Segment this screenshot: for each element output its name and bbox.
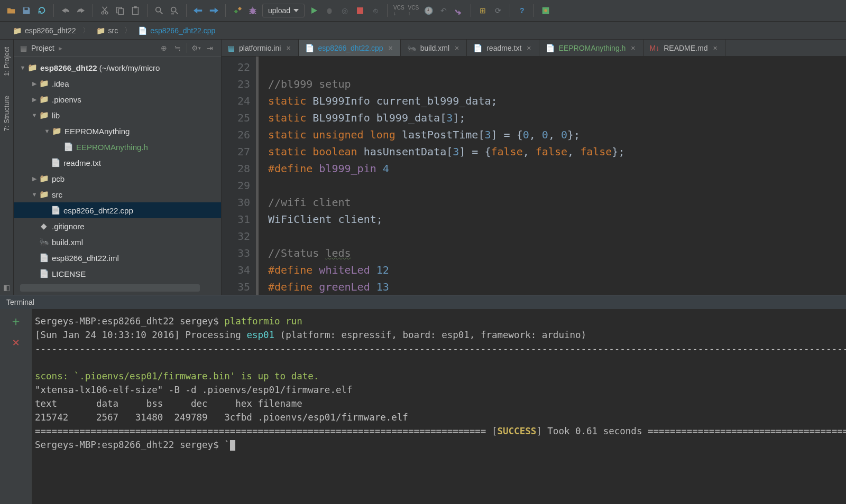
stop-icon[interactable] bbox=[354, 5, 366, 16]
new-session-icon[interactable]: ＋ bbox=[10, 314, 22, 328]
upload-label: upload bbox=[268, 6, 290, 15]
vcs-commit-icon[interactable]: VCS↑ bbox=[408, 5, 419, 16]
cut-icon[interactable] bbox=[99, 5, 111, 16]
svg-rect-11 bbox=[357, 7, 363, 14]
crumb-separator: 〉 bbox=[124, 26, 132, 35]
save-icon[interactable] bbox=[21, 5, 32, 16]
close-session-icon[interactable]: ✕ bbox=[12, 335, 19, 349]
folder-icon bbox=[39, 95, 49, 104]
cpp-icon: 📄 bbox=[138, 26, 147, 35]
terminal-header[interactable]: Terminal bbox=[0, 295, 846, 309]
help-icon[interactable]: ? bbox=[516, 5, 528, 16]
collapse-icon[interactable]: ◧ bbox=[3, 283, 10, 295]
tree-license[interactable]: LICENSE bbox=[14, 266, 221, 282]
tree-root[interactable]: ▼ esp8266_dht22 (~/work/my/micro bbox=[14, 60, 221, 76]
tree-main-cpp[interactable]: esp8266_dht22.cpp bbox=[14, 202, 221, 218]
folder-icon bbox=[39, 190, 49, 199]
text-file-icon bbox=[51, 158, 60, 167]
tree-src[interactable]: ▼src bbox=[14, 186, 221, 202]
gear-icon[interactable]: ⚙▾ bbox=[191, 43, 201, 53]
target-icon[interactable]: ⊕ bbox=[159, 43, 169, 53]
tree-lib[interactable]: ▼lib bbox=[14, 107, 221, 123]
revert-icon[interactable]: ↶ bbox=[438, 5, 449, 16]
paste-icon[interactable] bbox=[130, 5, 141, 16]
tool-project[interactable]: 1: Project bbox=[3, 44, 11, 79]
run-config-dropdown[interactable]: upload bbox=[262, 4, 305, 17]
tree-eeprom-h[interactable]: EEPROMAnything.h bbox=[14, 139, 221, 155]
folder-icon bbox=[39, 174, 49, 183]
tab-main-cpp[interactable]: 📄esp8266_dht22.cpp× bbox=[299, 40, 401, 56]
tree-eeprom-dir[interactable]: ▼EEPROMAnything bbox=[14, 123, 221, 139]
editor-tabs: ▤platformio.ini× 📄esp8266_dht22.cpp× 🐜bu… bbox=[222, 40, 846, 57]
project-panel-title: Project bbox=[31, 44, 54, 52]
svg-point-9 bbox=[251, 8, 255, 14]
crumb-root[interactable]: esp8266_dht22 bbox=[7, 24, 81, 37]
terminal-cursor bbox=[230, 440, 235, 451]
open-icon[interactable] bbox=[5, 5, 17, 16]
project-tree[interactable]: ▼ esp8266_dht22 (~/work/my/micro ▶.idea … bbox=[14, 57, 221, 284]
platformio-icon[interactable] bbox=[540, 5, 551, 16]
tab-buildxml[interactable]: 🐜build.xml× bbox=[401, 40, 467, 56]
svg-rect-5 bbox=[133, 7, 139, 15]
folder-icon bbox=[39, 110, 49, 120]
svg-point-13 bbox=[544, 9, 547, 12]
coverage-icon[interactable]: ◎ bbox=[339, 5, 351, 16]
crumb-file[interactable]: 📄 esp8266_dht22.cpp bbox=[133, 24, 220, 37]
tree-readme-txt[interactable]: readme.txt bbox=[14, 155, 221, 171]
close-icon[interactable]: × bbox=[712, 44, 718, 52]
code-editor[interactable]: 2223242526272829303132333435 //bl999 set… bbox=[222, 57, 846, 295]
hide-icon[interactable]: ⇥ bbox=[205, 43, 215, 53]
breadcrumb: esp8266_dht22 〉 src 〉 📄 esp8266_dht22.cp… bbox=[0, 22, 846, 40]
undo2-icon[interactable] bbox=[453, 5, 465, 16]
tab-readme-txt[interactable]: 📄readme.txt× bbox=[467, 40, 539, 56]
debug-icon[interactable] bbox=[324, 5, 335, 16]
svg-rect-6 bbox=[134, 6, 136, 8]
find-icon[interactable] bbox=[153, 5, 165, 16]
history-icon[interactable]: 🕘 bbox=[422, 5, 434, 16]
tab-eeprom-h[interactable]: 📄EEPROMAnything.h× bbox=[539, 40, 643, 56]
forward-arrow-icon[interactable] bbox=[208, 5, 219, 16]
crumb-src[interactable]: src bbox=[91, 24, 124, 37]
refresh-icon[interactable] bbox=[36, 5, 48, 16]
run-icon[interactable] bbox=[308, 5, 320, 16]
tool-structure[interactable]: 7: Structure bbox=[3, 92, 11, 134]
close-icon[interactable]: × bbox=[526, 44, 532, 52]
tree-iml[interactable]: esp8266_dht22.iml bbox=[14, 250, 221, 266]
sort-icon[interactable]: ≒ bbox=[173, 43, 182, 53]
close-icon[interactable]: × bbox=[454, 44, 460, 52]
redo-icon[interactable] bbox=[75, 5, 87, 16]
folder-icon bbox=[96, 26, 105, 35]
tree-pcb[interactable]: ▶pcb bbox=[14, 171, 221, 186]
svg-point-10 bbox=[327, 8, 332, 14]
code-body[interactable]: //bl999 setup static BL999Info current_b… bbox=[259, 57, 846, 295]
structure-icon[interactable]: ⊞ bbox=[477, 5, 489, 16]
folder-icon bbox=[27, 63, 37, 72]
tree-idea[interactable]: ▶.idea bbox=[14, 76, 221, 91]
tab-platformio[interactable]: ▤platformio.ini× bbox=[222, 40, 299, 56]
chevron-right-icon[interactable]: ▸ bbox=[59, 44, 62, 52]
bug-icon[interactable] bbox=[247, 5, 259, 16]
build-icon[interactable] bbox=[232, 5, 243, 16]
close-icon[interactable]: × bbox=[630, 44, 636, 52]
terminal-output[interactable]: Sergeys-MBP:esp8266_dht22 sergey$ platfo… bbox=[32, 309, 846, 504]
project-panel: ▤ Project ▸ ⊕ ≒ ⚙▾ ⇥ ▼ esp8266_dht22 (~/… bbox=[14, 40, 222, 295]
tab-readme-md[interactable]: M↓README.md× bbox=[643, 40, 725, 56]
replace-icon[interactable] bbox=[169, 5, 180, 16]
sync-icon[interactable]: ⟳ bbox=[492, 5, 504, 16]
vcs-update-icon[interactable]: VCS↓ bbox=[393, 5, 404, 16]
undo-icon[interactable] bbox=[60, 5, 71, 16]
attach-icon[interactable]: ⎋ bbox=[370, 5, 381, 16]
tree-buildxml[interactable]: 🐜build.xml bbox=[14, 234, 221, 250]
folder-icon bbox=[52, 126, 61, 136]
close-icon[interactable]: × bbox=[388, 44, 394, 52]
svg-point-1 bbox=[102, 12, 104, 14]
back-arrow-icon[interactable] bbox=[192, 5, 204, 16]
svg-rect-0 bbox=[24, 8, 27, 11]
tree-pioenvs[interactable]: ▶.pioenvs bbox=[14, 91, 221, 107]
tree-scrollbar[interactable] bbox=[20, 284, 200, 292]
ant-file-icon: 🐜 bbox=[39, 237, 49, 247]
tree-gitignore[interactable]: ◆.gitignore bbox=[14, 218, 221, 234]
close-icon[interactable]: × bbox=[285, 44, 291, 52]
main-toolbar: upload ◎ ⎋ VCS↓ VCS↑ 🕘 ↶ ⊞ ⟳ ? bbox=[0, 0, 846, 22]
copy-icon[interactable] bbox=[114, 5, 126, 16]
